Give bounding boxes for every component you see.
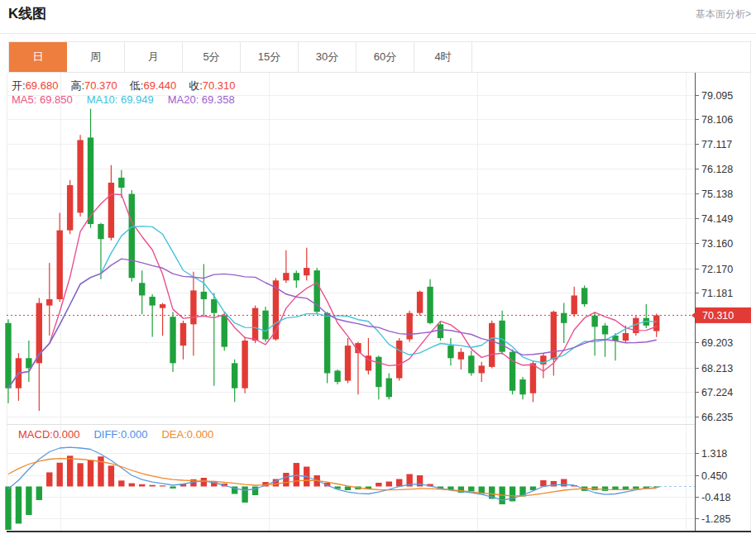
current-price-badge: 70.310 [691, 308, 751, 323]
open-value: 69.680 [26, 79, 59, 92]
macd-legend: MACD:0.000 DIFF:0.000 DEA:0.000 [18, 428, 213, 441]
diff-value: DIFF:0.000 [93, 428, 147, 441]
ma20-value: MA20: 69.358 [168, 93, 235, 106]
svg-text:78.106: 78.106 [701, 114, 733, 126]
svg-text:0.450: 0.450 [701, 470, 727, 482]
close-value: 70.310 [203, 79, 236, 92]
high-value: 70.370 [84, 79, 117, 92]
ma10-line [8, 226, 657, 389]
svg-text:79.095: 79.095 [701, 90, 733, 102]
svg-text:76.128: 76.128 [701, 164, 733, 175]
chart-frame [7, 73, 751, 532]
ma10-value: MA10: 69.949 [87, 93, 154, 106]
high-label: 高: [70, 79, 84, 92]
svg-text:1.318: 1.318 [701, 448, 727, 460]
svg-text:69.203: 69.203 [701, 337, 733, 349]
low-value: 69.440 [143, 79, 176, 92]
svg-text:68.213: 68.213 [701, 363, 733, 374]
ma5-value: MA5: 69.850 [12, 93, 73, 106]
svg-text:66.235: 66.235 [701, 412, 733, 423]
svg-text:72.170: 72.170 [701, 264, 733, 275]
candles [5, 109, 659, 411]
svg-text:-0.418: -0.418 [701, 492, 730, 503]
dea-line [8, 459, 657, 496]
ma-legend: MA5: 69.850 MA10: 69.949 MA20: 69.358 [12, 93, 235, 106]
svg-text:74.149: 74.149 [701, 213, 733, 225]
low-label: 低: [130, 79, 144, 92]
ma5-line [8, 194, 657, 389]
svg-text:67.224: 67.224 [701, 387, 733, 398]
ohlc-legend: 开:69.680 高:70.370 低:69.440 收:70.310 [12, 79, 236, 93]
svg-text:-1.285: -1.285 [701, 513, 730, 525]
price-axis-labels: 79.09578.10677.11776.12875.13874.14973.1… [695, 90, 733, 525]
svg-text:75.138: 75.138 [701, 188, 733, 200]
svg-text:77.117: 77.117 [701, 139, 732, 150]
close-label: 收: [189, 79, 203, 92]
open-label: 开: [12, 79, 26, 92]
svg-text:73.160: 73.160 [701, 238, 733, 250]
dea-value: DEA:0.000 [161, 428, 213, 441]
diff-line [8, 447, 657, 500]
ma20-line [8, 259, 657, 389]
svg-text:70.310: 70.310 [702, 310, 734, 322]
kline-widget: K线图 基本面分析> 日 周 月 5分 15分 30分 60分 4时 70.31… [0, 0, 756, 534]
macd-value: MACD:0.000 [18, 428, 79, 441]
grid-lines [7, 73, 695, 532]
svg-text:71.181: 71.181 [701, 288, 733, 299]
